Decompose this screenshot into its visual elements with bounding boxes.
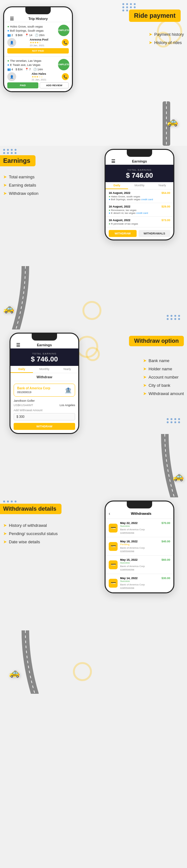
- yellow-circle-deco6: [73, 662, 92, 681]
- withdrawals-button[interactable]: WITHDRAWALS: [138, 230, 170, 237]
- withdraw-total-label: TOTAL EARNING: [13, 352, 75, 355]
- tab-monthly[interactable]: Monthly: [128, 182, 151, 189]
- withdrawal-item-4: 💳 May 14, 2022 $30.00 Success Bank of Am…: [105, 574, 174, 592]
- completed-badge-1: COMPLETED: [58, 25, 69, 36]
- earnings-item3-date: 16 August, 2022: [109, 219, 130, 222]
- bank-currency-city: US$KUS44IMT Los Angeles: [13, 404, 75, 407]
- arrow-icon-9: ➤: [143, 383, 147, 388]
- hamburger-icon-3[interactable]: ☰: [16, 342, 20, 347]
- add-review-btn[interactable]: ADD REVIEW: [40, 82, 69, 88]
- withdrawal-item4-header: May 14, 2022 $30.00: [120, 577, 170, 580]
- driver2-avatar: 👤: [7, 72, 16, 81]
- withdrawal-item2-row: 💳 May 18, 2022 $40.00 Pending Bank of Am…: [109, 540, 170, 553]
- earnings-item2-amount: $29.00: [161, 205, 170, 208]
- feature-withdrawal-amount: ➤ Withdrawal amount: [143, 391, 184, 396]
- withdraw-total-amount: $ 746.00: [13, 355, 75, 363]
- earnings-label: Earnings: [0, 155, 35, 166]
- feature-holder-label: Holder name: [149, 367, 172, 371]
- call-btn-1[interactable]: 📞: [62, 39, 69, 46]
- trip1-driver: 👤 Anreona Pool ★★★★☆ 23 Jan, 2021 📞: [7, 38, 69, 47]
- earnings-item3-header: 16 August, 2022 $73.00: [109, 219, 170, 222]
- feature-datewise-label: Date wise details: [9, 539, 40, 544]
- feature-bank-name: ➤ Bank name: [143, 358, 184, 363]
- earnings-title: Earnings: [3, 157, 30, 164]
- withdrawal-item2-account: 0285506098: [120, 550, 170, 553]
- withdraw-option-features: ➤ Bank name ➤ Holder name ➤ Account numb…: [143, 358, 184, 399]
- section-earnings: Earnings ➤ Total earnings ➤ Earning deta…: [0, 146, 187, 330]
- trip2-actions: PAID ADD REVIEW: [7, 82, 69, 88]
- withdrawal-icon-4: 💳: [109, 579, 118, 588]
- arrow-icon-6: ➤: [143, 358, 147, 363]
- tab-yearly[interactable]: Yearly: [151, 182, 174, 189]
- withdrawals-details-title: Withdrawals details: [3, 505, 56, 512]
- withdraw-button[interactable]: WITHDRAW: [109, 230, 136, 237]
- driver1-avatar: 👤: [7, 38, 16, 47]
- section-withdrawals-details: Withdrawals details ➤ History of withdra…: [0, 497, 187, 694]
- total-earning-label: TOTAL EARNING: [109, 168, 170, 172]
- driver2-info: Alex Hales ★★★☆☆ 21 Jan, 2021: [32, 72, 46, 81]
- bank-city: Los Angeles: [60, 404, 75, 407]
- withdrawals-phone-title: Withdrawals: [112, 512, 170, 516]
- arrow-icon-1: ➤: [149, 32, 152, 37]
- withdrawal-item1-bank: Bank of America Corp: [120, 528, 170, 531]
- withdrawal-item-3: 💳 May 15, 2022 $60.00 Success Bank of Am…: [105, 556, 174, 574]
- trip2-date: 21 Jan, 2021: [32, 78, 46, 81]
- withdrawal-item2-status: Pending: [120, 543, 170, 546]
- car-icon-1: 🚕: [167, 116, 178, 127]
- tab-yearly-3[interactable]: Yearly: [56, 366, 78, 373]
- feature-date-wise: ➤ Date wise details: [3, 539, 58, 544]
- trip1-actions: NOT PAID: [7, 48, 69, 54]
- bank-currency: US$KUS44IMT: [13, 404, 33, 407]
- hamburger-icon[interactable]: ☰: [10, 16, 14, 21]
- phone-withdraw-header: ☰ Earnings: [10, 341, 78, 348]
- feature-account-number: ➤ Account number: [143, 374, 184, 379]
- phone-trip-history: ☰ Trip History COMPLETED ● Holes Grove, …: [3, 6, 73, 92]
- earnings-item1-payment: credit card: [141, 198, 153, 201]
- driver1-name: Anreona Pool: [30, 38, 49, 41]
- phone-earnings-header: ☰ Earnings: [105, 157, 174, 165]
- feature-pending-status: ➤ Pending/ successful status: [3, 531, 58, 536]
- ride-payment-label: Ride payment: [129, 9, 181, 22]
- withdrawal-item2-date: May 18, 2022: [120, 540, 137, 543]
- hamburger-icon-2[interactable]: ☰: [111, 159, 115, 164]
- paid-btn[interactable]: PAID: [7, 82, 38, 88]
- withdraw-submit-btn[interactable]: WITHDRAW: [13, 423, 75, 430]
- feature-city-bank: ➤ City of bank: [143, 383, 184, 388]
- withdrawals-details-features: ➤ History of withdrawal ➤ Pending/ succe…: [3, 523, 58, 548]
- not-paid-btn[interactable]: NOT PAID: [7, 48, 69, 54]
- withdrawals-details-label: Withdrawals details: [0, 504, 61, 514]
- withdrawal-item4-status: Success: [120, 580, 170, 583]
- section-ride-payment: ☰ Trip History COMPLETED ● Holes Grove, …: [0, 0, 187, 146]
- trip-card-1: COMPLETED ● Holes Grove, south vegas ● B…: [4, 22, 72, 56]
- phone-notch-2: [127, 150, 152, 157]
- phone-title: Trip History: [28, 17, 48, 21]
- yellow-circle-deco5: [86, 347, 100, 361]
- call-btn-2[interactable]: 📞: [62, 73, 69, 80]
- trip2-driver: 👤 Alex Hales ★★★☆☆ 21 Jan, 2021 📞: [7, 72, 69, 81]
- feature-amount-label: Withdrawal amount: [149, 391, 184, 396]
- withdrawal-item4-account: 0285506098: [120, 587, 170, 590]
- bank-user-info: Janvikson Goller: [13, 399, 75, 402]
- withdrawal-item3-date: May 15, 2022: [120, 558, 137, 561]
- road-svg-3: [149, 434, 181, 497]
- feature-total-earnings: ➤ Total earnings: [3, 174, 38, 179]
- withdrawal-item2-amount: $40.00: [161, 540, 170, 543]
- earnings-features: ➤ Total earnings ➤ Earning details ➤ Wit…: [3, 174, 38, 199]
- withdrawal-item-1: 💳 May 22, 2022 $70.00 Success Bank of Am…: [105, 519, 174, 537]
- tab-monthly-3[interactable]: Monthly: [33, 366, 56, 373]
- feature-payment-history: ➤ Payment history: [149, 32, 184, 37]
- withdrawal-amount-input[interactable]: [13, 413, 75, 421]
- earnings-item3-from: ● R pennside of las vegas: [109, 222, 170, 225]
- tab-daily[interactable]: Daily: [105, 182, 128, 189]
- withdrawal-icon-3: 💳: [109, 560, 118, 569]
- withdraw-title: Withdraw: [13, 373, 75, 381]
- withdrawal-item-2: 💳 May 18, 2022 $40.00 Pending Bank of Am…: [105, 537, 174, 556]
- road-svg-4: [9, 630, 41, 694]
- arrow-icon-11: ➤: [3, 523, 7, 528]
- tab-daily-3[interactable]: Daily: [10, 366, 33, 373]
- phone-trip-header: ☰ Trip History: [4, 14, 72, 22]
- back-button[interactable]: ‹: [109, 511, 110, 516]
- feature-withdraw-option: ➤ Withdraw option: [3, 191, 38, 196]
- earnings-item2-header: 16 August, 2022 $29.00: [109, 205, 170, 208]
- bank-name: Bank of America Corp: [17, 386, 51, 390]
